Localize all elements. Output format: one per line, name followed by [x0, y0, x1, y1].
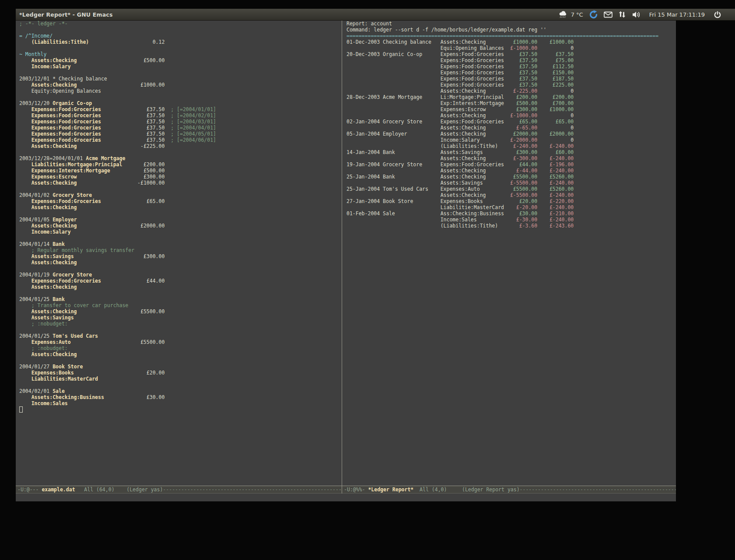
register-row: 05-Jan-2004 Employer Assets:Checking £20…: [346, 131, 676, 137]
buffer-line: Expenses:Escrow £300.00: [19, 174, 342, 180]
power-icon[interactable]: [713, 10, 722, 19]
register-row: 25-Jan-2004 Tom's Used Cars Expenses:Aut…: [346, 186, 676, 192]
buffer-line: [19, 210, 342, 217]
buffer-line: Expenses:Auto £5500.00: [19, 339, 342, 345]
buffer-line: Assets:Checking: [19, 204, 342, 210]
clock-label[interactable]: Fri 15 Mar 17:11:19: [649, 11, 705, 18]
register-row: Assets:Checking £-44.00 £-240.00: [346, 168, 676, 174]
buffer-line: Assets:Savings £300.00: [19, 253, 342, 259]
buffer-line: Expenses:Food:Groceries £37.50 ; [=2004/…: [19, 125, 342, 131]
weather-rain-icon[interactable]: [558, 11, 568, 18]
buffer-line: [19, 266, 342, 272]
buffer-line: 2004/02/01 Sale: [19, 388, 342, 394]
buffer-line: [19, 382, 342, 388]
buffer-line: 2004/01/05 Employer: [19, 217, 342, 223]
modeline-buffer-name: *Ledger Report*: [368, 486, 413, 493]
buffer-line: ; -*- ledger -*-: [19, 21, 342, 27]
register-row: (Liabilities:Tithe) £-240.00 £-240.00: [346, 143, 676, 149]
buffer-line: Expenses:Interest:Mortgage £500.00: [19, 168, 342, 174]
register-row: 20-Dec-2003 Organic Co-op Expens:Food:Gr…: [346, 51, 676, 57]
system-tray: 7 °C Fri 15 Mar 17:: [558, 10, 722, 19]
register-row: 28-Dec-2003 Acme Mortgage Li:Mortgage:Pr…: [346, 94, 676, 100]
register-row: Equi:Opening Balances £-1000.00 0: [346, 45, 676, 51]
register-row: Income:Salary £-2000.00 0: [346, 137, 676, 143]
register-row: 25-Jan-2004 Bank Assets:Checking £5500.0…: [346, 174, 676, 180]
buffer-line: Expenses:Food:Groceries £37.50 ; [=2004/…: [19, 106, 342, 112]
buffer-line: Expenses:Food:Groceries £37.50 ; [=2004/…: [19, 112, 342, 119]
buffer-line: Report: account: [346, 21, 676, 27]
register-row: 19-Jan-2004 Grocery Store Expens:Food:Gr…: [346, 161, 676, 168]
buffer-line: ; :nobudget:: [19, 321, 342, 327]
register-row: Expenses:Escrow £300.00 £1000.00: [346, 106, 676, 112]
buffer-line: Income:Sales: [19, 400, 342, 406]
buffer-line: 2004/01/14 Bank: [19, 241, 342, 247]
register-row: Assets:Savings £-5500.00 £-240.00: [346, 180, 676, 186]
buffer-line: [19, 186, 342, 192]
buffer-line: Income:Salary: [19, 63, 342, 70]
buffer-line: [19, 290, 342, 296]
buffer-line: Equity:Opening Balances: [19, 88, 342, 94]
register-row: Expens:Food:Groceries £37.50 £75.00: [346, 57, 676, 63]
register-row: Expens:Food:Groceries £37.50 £150.00: [346, 70, 676, 76]
volume-icon[interactable]: [632, 11, 641, 18]
buffer-line: Assets:Checking £500.00: [19, 57, 342, 63]
register-row: 01-Feb-2004 Sale Ass:Checking:Business £…: [346, 210, 676, 217]
buffer-line: Assets:Checking £2000.00: [19, 223, 342, 229]
modeline-ledger-report[interactable]: -U:@%%- *Ledger Report* All (4,0) (Ledge…: [342, 486, 676, 494]
taskbar: *Ledger Report* - GNU Emacs 7 °C: [16, 9, 735, 21]
buffer-line: [19, 45, 342, 51]
window-title: *Ledger Report* - GNU Emacs: [19, 11, 113, 18]
buffer-line: [19, 406, 342, 413]
buffer-line: Income:Salary: [19, 229, 342, 235]
minibuffer[interactable]: [16, 494, 676, 501]
buffer-line: [19, 235, 342, 241]
buffer-line: Expenses:Food:Groceries £37.50 ; [=2004/…: [19, 131, 342, 137]
buffer-line: 2003/12/01 * Checking balance: [19, 76, 342, 82]
buffer-line: Expenses:Books £20.00: [19, 370, 342, 376]
buffer-line: Assets:Checking -£225.00: [19, 143, 342, 149]
buffer-line: Expenses:Food:Groceries £44.00: [19, 278, 342, 284]
buffer-line: [19, 327, 342, 333]
buffer-line: Expenses:Food:Groceries £37.50 ; [=2004/…: [19, 137, 342, 143]
buffer-line: Assets:Checking £1000.00: [19, 82, 342, 88]
register-row: Assets:Checking £-65.00 0: [346, 125, 676, 131]
register-row: Assets:Checking £-225.00 0: [346, 88, 676, 94]
buffer-line: Assets:Checking: [19, 284, 342, 290]
buffer-line: Assets:Checking:Business £30.00: [19, 394, 342, 400]
buffer-line: [19, 357, 342, 364]
register-row: Assets:Checking £-1000.00 0: [346, 112, 676, 119]
buffer-line: 2004/01/25 Tom's Used Cars: [19, 333, 342, 339]
buffer-line: ~ Monthly: [19, 51, 342, 57]
register-row: Liabilitie:MasterCard £-20.00 £-240.00: [346, 204, 676, 210]
emacs-frame: ; -*- ledger -*-= /^Income/ (Liabilities…: [16, 21, 676, 501]
buffer-line: ; Regular monthly savings transfer: [19, 247, 342, 253]
register-row: 02-Jan-2004 Grocery Store Expens:Food:Gr…: [346, 119, 676, 125]
buffer-line: Assets:Savings: [19, 315, 342, 321]
ledger-report-window[interactable]: Report: accountCommand: ledger --sort d …: [342, 21, 676, 486]
buffer-line: Expenses:Food:Groceries £65.00: [19, 198, 342, 204]
register-row: Expens:Food:Groceries £37.50 £187.50: [346, 76, 676, 82]
temperature-label: 7 °C: [571, 11, 583, 18]
register-row: 01-Dec-2003 Checking balance Assets:Chec…: [346, 39, 676, 45]
buffer-line: Assets:Checking -£1000.00: [19, 180, 342, 186]
buffer-line: 2004/01/02 Grocery Store: [19, 192, 342, 198]
buffer-line: [19, 94, 342, 100]
network-updown-icon[interactable]: [618, 10, 626, 18]
buffer-line: ; :nobudget:: [19, 345, 342, 351]
buffer-line: [19, 27, 342, 33]
refresh-icon[interactable]: [589, 10, 598, 19]
buffer-line: 2004/01/27 Book Store: [19, 364, 342, 370]
register-row: Expens:Food:Groceries £37.50 £112.50: [346, 63, 676, 70]
buffer-line: ========================================…: [346, 33, 676, 39]
buffer-line: 2003/12/20 Organic Co-op: [19, 100, 342, 106]
buffer-line: Assets:Checking £5500.00: [19, 308, 342, 315]
buffer-line: 2004/01/19 Grocery Store: [19, 272, 342, 278]
modeline-ledger-file[interactable]: -U:@--- example.dat All (64,0) (Ledger y…: [16, 486, 342, 494]
buffer-line: = /^Income/: [19, 33, 342, 39]
register-row: Income:Sales £-30.00 £-240.00: [346, 217, 676, 223]
mail-icon[interactable]: [604, 11, 612, 18]
register-row: Expens:Food:Groceries £37.50 £225.00: [346, 82, 676, 88]
buffer-line: Liabilities:MasterCard: [19, 376, 342, 382]
ledger-file-window[interactable]: ; -*- ledger -*-= /^Income/ (Liabilities…: [16, 21, 342, 486]
buffer-line: Assets:Checking: [19, 351, 342, 357]
